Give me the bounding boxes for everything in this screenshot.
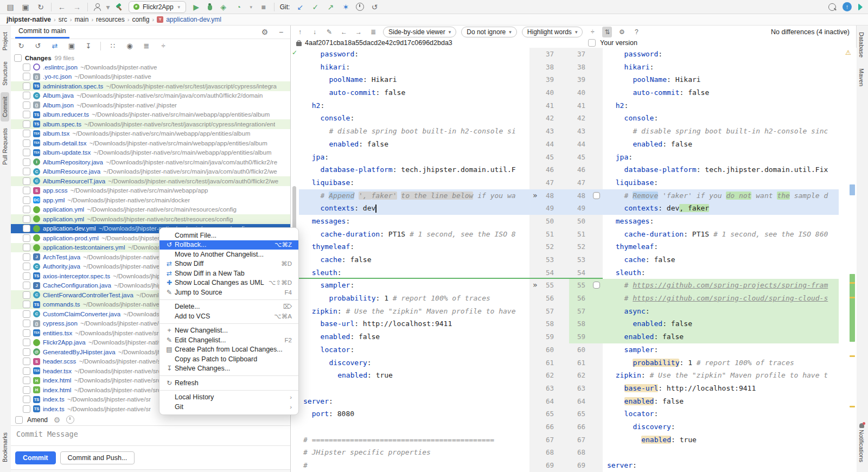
file-row[interactable]: .eslintrc.json~/Downloads/jhipster-nativ… xyxy=(11,62,290,72)
file-checkbox[interactable] xyxy=(23,386,30,394)
file-row[interactable]: IAlbumRepository.java~/Downloads/jhipste… xyxy=(11,157,290,167)
file-checkbox[interactable] xyxy=(23,196,30,204)
rollback-icon[interactable]: ↺ xyxy=(369,1,379,14)
diff-left-editor[interactable]: password:hikari:poolName: Hikariauto-com… xyxy=(299,48,529,472)
breadcrumb-item[interactable]: jhipster-native xyxy=(7,16,51,23)
file-row[interactable]: application.yml~/Downloads/jhipster-nati… xyxy=(11,214,290,224)
breadcrumb-item[interactable]: config xyxy=(132,16,149,23)
highlight-mode-dropdown[interactable]: Highlight words ▾ xyxy=(522,27,583,37)
previous-change-icon[interactable]: ↑ xyxy=(295,27,305,37)
file-checkbox[interactable] xyxy=(23,120,30,128)
file-checkbox[interactable] xyxy=(23,111,30,118)
changes-checkbox[interactable] xyxy=(14,54,22,62)
your-version-checkbox[interactable] xyxy=(588,39,596,47)
forward-icon[interactable]: → xyxy=(72,1,82,14)
file-checkbox[interactable] xyxy=(23,253,30,261)
run-config-selector[interactable]: Flickr2App ▾ xyxy=(129,1,186,13)
expand-all-icon[interactable]: ≣ xyxy=(142,40,151,53)
file-row[interactable]: application.yml~/Downloads/jhipster-nati… xyxy=(11,205,290,215)
search-icon[interactable] xyxy=(828,3,836,11)
file-row[interactable]: TSXalbum-detail.tsx~/Downloads/jhipster-… xyxy=(11,138,290,148)
stripe-mark-added[interactable] xyxy=(850,274,855,342)
file-checkbox[interactable] xyxy=(23,329,30,337)
list-changes-icon[interactable]: ≣ xyxy=(368,27,378,37)
sync-icon[interactable]: ↻ xyxy=(36,1,46,14)
history-icon[interactable] xyxy=(66,416,74,424)
menu-item-show-diff-in-a-new-tab[interactable]: ⇄Show Diff in a New Tab xyxy=(159,269,298,278)
gear-icon[interactable]: ⚙ xyxy=(52,413,62,426)
menu-item-delete[interactable]: Delete...⌦ xyxy=(159,302,298,312)
profiler-icon[interactable]: ◔ xyxy=(234,1,244,14)
file-checkbox[interactable] xyxy=(23,244,30,251)
stripe-mark-changed[interactable] xyxy=(850,184,855,195)
sidebar-item-commit[interactable]: Commit xyxy=(1,92,9,122)
file-checkbox[interactable] xyxy=(23,168,30,175)
file-checkbox[interactable] xyxy=(23,158,30,166)
file-checkbox[interactable] xyxy=(23,358,30,365)
chevron-down-icon[interactable]: ▾ xyxy=(106,1,110,14)
file-checkbox[interactable] xyxy=(23,82,30,90)
menu-item-jump-to-source[interactable]: ✎Jump to SourceF4 xyxy=(159,288,298,297)
jump-to-source-icon[interactable]: ✎ xyxy=(324,27,334,37)
run-icon[interactable]: ▶ xyxy=(192,1,201,14)
sync-scroll-icon[interactable]: ⇅ xyxy=(602,27,612,37)
file-row[interactable]: Sapp.scss~/Downloads/jhipster-native/src… xyxy=(11,186,290,196)
sidebar-item-notifications[interactable]: Notifications xyxy=(857,419,866,467)
sidebar-item-database[interactable]: Database xyxy=(857,28,866,62)
show-diff-icon[interactable]: ⇄ xyxy=(50,40,60,53)
menu-item-git[interactable]: Git› xyxy=(159,402,298,412)
toolbox-logo-icon[interactable] xyxy=(858,3,863,11)
update-project-icon[interactable]: ↙ xyxy=(295,1,305,14)
breadcrumb-file[interactable]: application-dev.yml xyxy=(166,16,221,23)
file-checkbox[interactable] xyxy=(23,177,30,185)
menu-item-refresh[interactable]: ↻Refresh xyxy=(159,378,298,388)
gear-icon[interactable]: ⚙ xyxy=(260,25,270,39)
file-checkbox[interactable] xyxy=(23,149,30,156)
stripe-mark-warning[interactable] xyxy=(850,297,855,298)
file-row[interactable]: TSXalbum.tsx~/Downloads/jhipster-native/… xyxy=(11,129,290,139)
sidebar-item-bookmarks[interactable]: Bookmarks xyxy=(1,428,9,467)
sidebar-item-structure[interactable]: Structure xyxy=(1,57,9,90)
file-row[interactable]: TSalbum.spec.ts~/Downloads/jhipster-nati… xyxy=(11,119,290,129)
menu-item-show-local-changes-as-uml[interactable]: ✚Show Local Changes as UML⌥⇧⌘D xyxy=(159,278,298,288)
menu-item-shelve-changes[interactable]: ↧Shelve Changes... xyxy=(159,364,298,374)
build-icon[interactable] xyxy=(116,3,123,11)
file-checkbox[interactable] xyxy=(23,339,30,346)
file-checkbox[interactable] xyxy=(23,367,30,375)
menu-item-commit-file[interactable]: Commit File... xyxy=(159,231,298,240)
stripe-mark-warning[interactable] xyxy=(850,406,855,407)
sidebar-item-project[interactable]: Project xyxy=(1,28,9,55)
file-checkbox[interactable] xyxy=(23,396,30,403)
collapse-unchanged-icon[interactable]: ÷ xyxy=(588,27,597,37)
file-checkbox[interactable] xyxy=(23,320,30,327)
file-checkbox[interactable] xyxy=(23,377,30,384)
update-available-icon[interactable]: ↑ xyxy=(843,2,852,11)
changes-group-header[interactable]: Changes 99 files xyxy=(11,53,290,62)
file-row[interactable]: TSalbum.reducer.ts~/Downloads/jhipster-n… xyxy=(11,110,290,120)
push-icon[interactable]: ↗ xyxy=(326,1,335,14)
tab-commit-to-main[interactable]: Commit to main xyxy=(15,25,69,39)
cherry-pick-icon[interactable]: ✶ xyxy=(341,1,350,14)
commit-and-push-button[interactable]: Commit and Push... xyxy=(60,451,135,464)
changelist-icon[interactable]: ▣ xyxy=(67,40,76,53)
refresh-icon[interactable]: ↻ xyxy=(16,40,26,53)
change-checkbox[interactable] xyxy=(593,192,600,199)
commit-button[interactable]: Commit xyxy=(15,451,56,464)
coverage-icon[interactable]: ◈ xyxy=(219,1,228,14)
whitespace-dropdown[interactable]: Do not ignore ▾ xyxy=(461,27,517,37)
file-checkbox[interactable] xyxy=(23,234,30,242)
stripe-mark-warning[interactable] xyxy=(850,282,855,284)
file-checkbox[interactable] xyxy=(23,187,30,194)
rollback-icon[interactable]: ↺ xyxy=(33,40,43,53)
help-icon[interactable]: ? xyxy=(631,27,641,37)
menu-item-rollback[interactable]: ↺Rollback...⌥⌘Z xyxy=(159,240,298,250)
file-checkbox[interactable] xyxy=(23,310,30,318)
menu-item-new-changelist[interactable]: +New Changelist... xyxy=(159,326,298,336)
file-checkbox[interactable] xyxy=(23,139,30,147)
file-checkbox[interactable] xyxy=(23,130,30,137)
file-row[interactable]: {}Album.json~/Downloads/jhipster-native/… xyxy=(11,100,290,110)
file-row[interactable]: CAlbum.java~/Downloads/jhipster-native/s… xyxy=(11,91,290,101)
sidebar-item-pull-requests[interactable]: Pull Requests xyxy=(1,124,9,169)
file-checkbox[interactable] xyxy=(23,272,30,280)
file-checkbox[interactable] xyxy=(23,282,30,289)
